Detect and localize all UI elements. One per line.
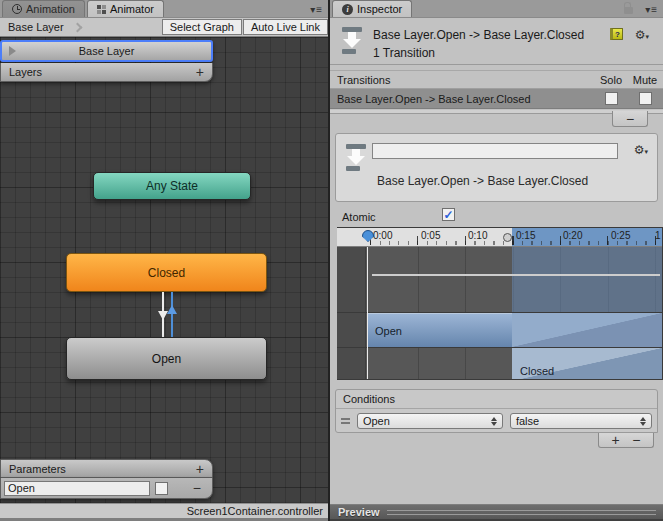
add-condition-button[interactable]: + (612, 433, 620, 447)
add-parameter-button[interactable]: + (196, 462, 204, 476)
auto-live-link-button[interactable]: Auto Live Link (243, 19, 328, 35)
unity-editor: Animation Animator ▾≡ Base Layer Select … (0, 0, 663, 521)
condition-drag-handle-icon[interactable] (341, 418, 350, 424)
remove-condition-button[interactable]: − (632, 433, 640, 447)
controller-status-bar: Screen1Container.controller (0, 503, 328, 518)
remove-transition-box: − (612, 111, 648, 127)
transition-list-row[interactable]: Base Layer.Open -> Base Layer.Closed (330, 89, 663, 109)
edge-open-to-closed-selected[interactable] (171, 292, 173, 338)
preview-label: Preview (338, 506, 380, 518)
condition-param-select[interactable]: Open (357, 413, 503, 429)
parameter-name-input[interactable] (4, 481, 150, 496)
clock-icon (12, 4, 22, 14)
transition-edges (157, 292, 181, 338)
select-graph-label: Select Graph (170, 21, 234, 33)
transitions-header-label: Transitions (337, 74, 390, 86)
timeline-ruler[interactable]: 0:00 0:05 0:10 0:15 0:20 0:25 1 (337, 228, 662, 247)
node-any-state-label: Any State (146, 179, 198, 193)
tick-label: 0:00 (373, 230, 392, 241)
animator-tabbar: Animation Animator ▾≡ (0, 0, 328, 18)
transition-timeline[interactable]: 0:00 0:05 0:10 0:15 0:20 0:25 1 Open (337, 227, 663, 380)
preview-drag-grip[interactable] (387, 510, 656, 515)
parameters-header-label: Parameters (9, 463, 66, 475)
tab-animator-label: Animator (110, 3, 154, 15)
edge-arrow-up-icon (167, 305, 177, 314)
transition-header: Base Layer.Open -> Base Layer.Closed 1 T… (330, 18, 663, 65)
auto-live-link-label: Auto Live Link (251, 21, 320, 33)
popup-arrows-icon (635, 417, 646, 426)
preview-bar[interactable]: Preview (330, 504, 663, 519)
pane-menu-icon[interactable]: ▾≡ (310, 4, 323, 15)
inspector-title: Base Layer.Open -> Base Layer.Closed (373, 28, 584, 42)
transition-name-input[interactable] (372, 143, 618, 159)
animator-toolbar: Base Layer Select Graph Auto Live Link (0, 18, 328, 37)
solo-cell (595, 92, 627, 105)
remove-transition-button[interactable]: − (626, 112, 634, 126)
tick-label: 0:25 (611, 230, 630, 241)
breadcrumb-label: Base Layer (8, 21, 64, 33)
add-layer-button[interactable]: + (196, 65, 204, 79)
transition-detail-label: Base Layer.Open -> Base Layer.Closed (377, 174, 588, 188)
info-icon: i (342, 4, 353, 15)
play-triangle-icon (9, 46, 16, 56)
transition-icon (345, 144, 369, 171)
mute-cell (627, 92, 663, 105)
animator-icon (97, 5, 106, 14)
clip-bar-open-label: Open (375, 325, 402, 337)
remove-parameter-button[interactable]: − (193, 481, 201, 495)
solo-checkbox[interactable] (605, 92, 618, 105)
tab-animation[interactable]: Animation (2, 0, 85, 17)
node-open-label: Open (152, 352, 181, 366)
popup-arrows-icon (486, 417, 497, 426)
transition-icon (341, 27, 365, 54)
transition-row-label: Base Layer.Open -> Base Layer.Closed (337, 93, 531, 105)
condition-row: Open false (336, 409, 657, 433)
tick-label: 0:15 (516, 230, 535, 241)
blend-curve-line (372, 274, 660, 276)
controller-name: Screen1Container.controller (187, 505, 323, 517)
condition-value: false (516, 415, 539, 427)
gear-icon[interactable]: ⚙▾ (635, 29, 649, 41)
chevron-right-icon (72, 22, 82, 32)
layers-header-bar[interactable]: Layers + (0, 63, 213, 82)
layers-header-label: Layers (9, 66, 42, 78)
layer-item-base-layer[interactable]: Base Layer (0, 40, 213, 62)
mute-checkbox[interactable] (639, 92, 652, 105)
select-graph-button[interactable]: Select Graph (162, 19, 242, 35)
conditions-header-label: Conditions (343, 393, 395, 405)
parameter-value-checkbox[interactable] (155, 482, 168, 495)
node-closed[interactable]: Closed (66, 253, 267, 292)
inspector-subtitle: 1 Transition (373, 46, 435, 60)
solo-column-label: Solo (595, 74, 627, 86)
breadcrumb[interactable]: Base Layer (0, 18, 81, 36)
tab-animation-label: Animation (26, 3, 75, 15)
help-icon[interactable]: ? (610, 28, 623, 40)
pane-menu-icon[interactable]: ▾≡ (645, 4, 658, 15)
inspector-tabbar: i Inspector ▾≡ (330, 0, 663, 18)
atomic-checkbox[interactable]: ✓ (442, 208, 455, 221)
tab-inspector[interactable]: i Inspector (332, 0, 412, 17)
tick-label: 1 (655, 230, 661, 241)
parameter-row: − (0, 478, 213, 499)
transition-start-marker-icon[interactable] (503, 233, 512, 242)
tick-label: 0:10 (468, 230, 487, 241)
transition-detail-card: ⚙▾ Base Layer.Open -> Base Layer.Closed (335, 133, 658, 202)
conditions-section: Conditions Open false (335, 389, 658, 433)
node-open[interactable]: Open (66, 337, 267, 380)
parameters-header-bar[interactable]: Parameters + (0, 459, 213, 478)
tab-animator[interactable]: Animator (87, 0, 164, 17)
tab-inspector-label: Inspector (357, 3, 402, 15)
tick-label: 0:20 (563, 230, 582, 241)
condition-value-select[interactable]: false (510, 413, 652, 429)
lock-icon[interactable] (624, 7, 633, 14)
tick-label: 0:05 (421, 230, 440, 241)
playhead-line[interactable] (367, 247, 368, 379)
clip-bar-open[interactable]: Open (367, 313, 512, 347)
clip-bar-closed[interactable]: Closed (512, 348, 662, 379)
timeline-lead-column (337, 247, 366, 379)
timeline-body[interactable]: Open Closed (337, 247, 662, 379)
clip-bar-open-fadeout[interactable] (512, 313, 662, 347)
node-any-state[interactable]: Any State (93, 172, 251, 200)
gear-icon[interactable]: ⚙▾ (634, 144, 648, 156)
condition-param-value: Open (363, 415, 390, 427)
